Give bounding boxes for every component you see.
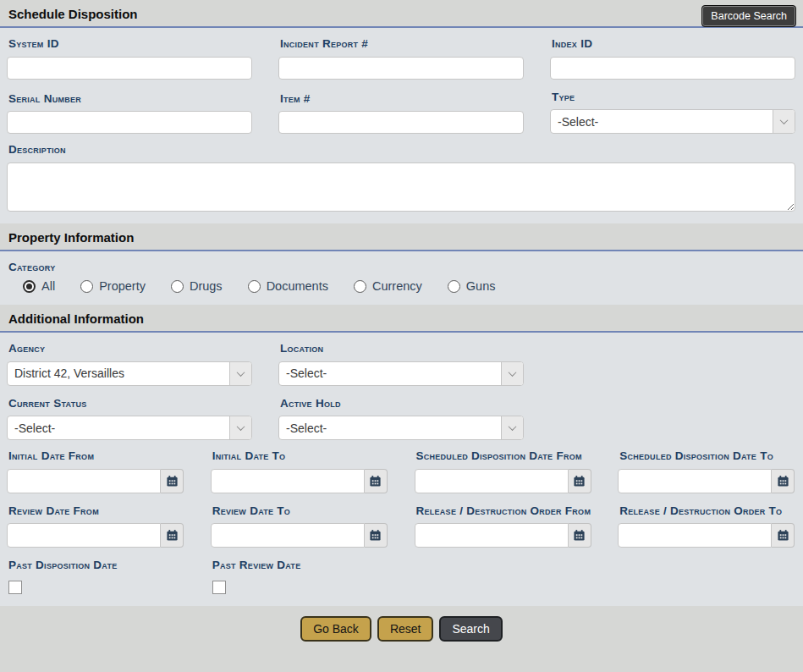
initial-date-to-calendar-button[interactable] xyxy=(365,469,388,493)
incident-report-label: Incident Report # xyxy=(280,36,524,52)
type-label: Type xyxy=(552,90,795,105)
serial-number-label: Serial Number xyxy=(8,91,252,107)
agency-select-value: District 42, Versailles xyxy=(8,362,229,385)
chevron-down-icon xyxy=(237,422,245,431)
calendar-icon xyxy=(573,529,586,542)
current-status-select-value: -Select- xyxy=(8,416,229,439)
go-back-button[interactable]: Go Back xyxy=(300,616,371,642)
category-radio-currency[interactable]: Currency xyxy=(354,279,422,293)
active-hold-select-value: -Select- xyxy=(279,416,501,439)
review-date-from-calendar-button[interactable] xyxy=(161,523,184,548)
calendar-icon xyxy=(573,475,586,487)
calendar-icon xyxy=(777,475,789,487)
chevron-down-icon xyxy=(509,422,517,431)
location-select[interactable]: -Select- xyxy=(278,361,524,386)
calendar-icon xyxy=(166,529,179,542)
review-date-to-input[interactable] xyxy=(211,523,365,548)
calendar-icon xyxy=(166,475,179,487)
schedule-disposition-header: Schedule Disposition Barcode Search xyxy=(0,0,803,28)
location-label: Location xyxy=(280,341,524,356)
initial-date-to-input[interactable] xyxy=(211,469,365,493)
category-radio-group: All Property Drugs Documents Currency Gu… xyxy=(23,279,795,293)
scheduled-disposition-date-from-input[interactable] xyxy=(415,469,569,493)
radio-unchecked-icon xyxy=(248,280,261,293)
active-hold-select-dropdown-button[interactable] xyxy=(501,416,523,439)
current-status-select-dropdown-button[interactable] xyxy=(229,416,251,439)
property-information-title: Property Information xyxy=(8,230,795,245)
active-hold-select[interactable]: -Select- xyxy=(278,416,524,440)
category-radio-guns[interactable]: Guns xyxy=(448,279,496,293)
release-destruction-order-from-input[interactable] xyxy=(415,523,569,548)
current-status-select[interactable]: -Select- xyxy=(7,416,252,440)
item-number-label: Item # xyxy=(280,91,524,107)
additional-information-header: Additional Information xyxy=(0,305,803,333)
search-button[interactable]: Search xyxy=(439,616,502,642)
past-review-date-checkbox[interactable] xyxy=(212,581,226,594)
review-date-to-label: Review Date To xyxy=(212,504,388,519)
release-destruction-order-to-calendar-button[interactable] xyxy=(772,523,795,548)
release-destruction-order-to-input[interactable] xyxy=(618,523,772,548)
category-radio-documents[interactable]: Documents xyxy=(248,279,328,293)
reset-button[interactable]: Reset xyxy=(377,616,434,642)
footer-actions: Go Back Reset Search xyxy=(0,606,803,642)
current-status-label: Current Status xyxy=(8,396,252,411)
item-number-input[interactable] xyxy=(278,111,524,134)
property-information-section: Category All Property Drugs Documents Cu… xyxy=(0,251,803,306)
agency-select-dropdown-button[interactable] xyxy=(229,362,251,385)
agency-label: Agency xyxy=(8,341,252,356)
description-textarea[interactable] xyxy=(7,162,795,212)
chevron-down-icon xyxy=(780,116,789,124)
category-radio-drugs[interactable]: Drugs xyxy=(171,279,223,293)
scheduled-disposition-date-from-label: Scheduled Disposition Date From xyxy=(416,449,592,464)
active-hold-label: Active Hold xyxy=(280,396,524,411)
calendar-icon xyxy=(777,529,789,542)
location-select-value: -Select- xyxy=(279,362,501,385)
initial-date-from-calendar-button[interactable] xyxy=(161,469,184,493)
chevron-down-icon xyxy=(237,368,245,377)
barcode-search-button[interactable]: Barcode Search xyxy=(701,5,796,27)
additional-information-title: Additional Information xyxy=(8,311,795,326)
review-date-from-input[interactable] xyxy=(7,523,161,548)
review-date-from-label: Review Date From xyxy=(8,504,184,519)
type-select[interactable]: -Select- xyxy=(550,109,795,134)
page-title: Schedule Disposition xyxy=(8,7,795,21)
radio-unchecked-icon xyxy=(354,280,366,293)
property-information-header: Property Information xyxy=(0,223,803,251)
agency-select[interactable]: District 42, Versailles xyxy=(7,361,252,386)
radio-unchecked-icon xyxy=(448,280,460,293)
calendar-icon xyxy=(369,529,382,542)
scheduled-disposition-date-from-calendar-button[interactable] xyxy=(569,469,591,493)
incident-report-input[interactable] xyxy=(278,57,524,80)
past-review-date-label: Past Review Date xyxy=(212,558,388,573)
scheduled-disposition-date-to-label: Scheduled Disposition Date To xyxy=(619,449,795,464)
system-id-input[interactable] xyxy=(7,57,252,80)
chevron-down-icon xyxy=(509,368,517,377)
serial-number-input[interactable] xyxy=(7,111,252,134)
initial-date-from-input[interactable] xyxy=(7,469,161,493)
radio-unchecked-icon xyxy=(171,280,184,293)
system-id-label: System ID xyxy=(8,36,252,52)
location-select-dropdown-button[interactable] xyxy=(501,362,523,385)
category-radio-property[interactable]: Property xyxy=(80,279,146,293)
release-destruction-order-from-calendar-button[interactable] xyxy=(569,523,591,548)
initial-date-from-label: Initial Date From xyxy=(8,449,184,464)
description-label: Description xyxy=(8,142,795,157)
index-id-input[interactable] xyxy=(550,57,795,80)
index-id-label: Index ID xyxy=(552,36,795,52)
scheduled-disposition-date-to-input[interactable] xyxy=(618,469,772,493)
calendar-icon xyxy=(369,475,382,487)
type-select-value: -Select- xyxy=(551,110,773,133)
past-disposition-date-checkbox[interactable] xyxy=(8,581,22,594)
additional-information-section: Agency District 42, Versailles Location … xyxy=(0,333,803,606)
scheduled-disposition-date-to-calendar-button[interactable] xyxy=(772,469,795,493)
release-destruction-order-from-label: Release / Destruction Order From xyxy=(416,504,592,519)
release-destruction-order-to-label: Release / Destruction Order To xyxy=(619,504,795,519)
initial-date-to-label: Initial Date To xyxy=(212,449,388,464)
category-radio-all[interactable]: All xyxy=(23,279,55,293)
type-select-dropdown-button[interactable] xyxy=(773,110,795,133)
past-disposition-date-label: Past Disposition Date xyxy=(8,558,184,573)
radio-unchecked-icon xyxy=(80,280,93,293)
review-date-to-calendar-button[interactable] xyxy=(365,523,388,548)
identification-section: System ID Incident Report # Index ID Ser… xyxy=(0,28,803,223)
category-label: Category xyxy=(8,260,795,275)
